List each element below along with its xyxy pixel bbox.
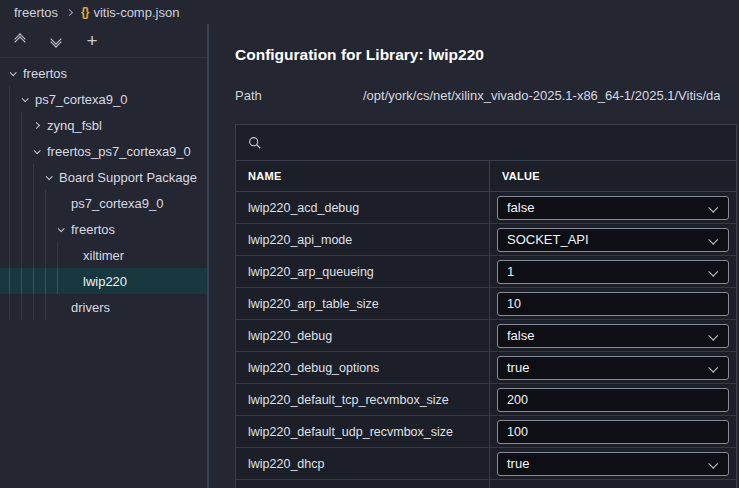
api-mode-select[interactable]: SOCKET_API [497, 228, 729, 252]
config-name: lwip220_default_tcp_recvmbox_size [236, 384, 489, 415]
config-name: lwip220_arp_table_size [236, 288, 489, 319]
config-row-acd-debug: lwip220_acd_debug false [236, 192, 736, 224]
chevron-right-icon [66, 8, 73, 15]
chevron-down-icon [58, 225, 65, 232]
tree-item-label: freertos [71, 222, 115, 237]
chevron-down-icon [708, 266, 718, 276]
breadcrumb-item-project[interactable]: freertos [14, 5, 58, 20]
selected-value: true [507, 456, 529, 471]
tree-item-label: xiltimer [83, 248, 124, 263]
tree-item-freertos[interactable]: freertos [0, 60, 207, 86]
tree-item-zynq-fsbl[interactable]: zynq_fsbl [0, 112, 207, 138]
tree-item-lwip220[interactable]: lwip220 [0, 268, 207, 294]
plus-icon: + [86, 32, 97, 50]
config-name: lwip220_acd_debug [236, 192, 489, 223]
chevron-down-icon [10, 69, 17, 76]
chevron-down-icon [708, 202, 718, 212]
selected-value: true [507, 360, 529, 375]
tree-item-label: drivers [71, 300, 110, 315]
path-value: /opt/york/cs/net/xilinx_vivado-2025.1-x8… [363, 88, 720, 103]
table-search-bar [236, 125, 736, 161]
page-title: Configuration for Library: lwip220 [235, 46, 739, 64]
selected-value: 1 [507, 264, 514, 279]
path-label: Path [235, 88, 363, 103]
chevron-down-icon [708, 362, 718, 372]
tree-item-ps7-cortexa9-0[interactable]: ps7_cortexa9_0 [0, 86, 207, 112]
column-header-name: NAME [236, 161, 489, 191]
tree-item-xiltimer[interactable]: xiltimer [0, 242, 207, 268]
breadcrumb-file-label: vitis-comp.json [93, 5, 179, 20]
config-row-default-tcp-recvmbox-size: lwip220_default_tcp_recvmbox_size [236, 384, 736, 416]
chevron-down-icon [22, 95, 29, 102]
default-tcp-recvmbox-size-input[interactable] [497, 388, 729, 412]
tree-item-label: lwip220 [83, 274, 127, 289]
expand-all-button[interactable] [46, 31, 66, 51]
debug-options-select[interactable]: true [497, 356, 729, 380]
table-header: NAME VALUE [236, 161, 736, 192]
config-row-debug: lwip220_debug false [236, 320, 736, 352]
tree-item-label: ps7_cortexa9_0 [71, 196, 164, 211]
acd-debug-select[interactable]: false [497, 196, 729, 220]
config-row-api-mode: lwip220_api_mode SOCKET_API [236, 224, 736, 256]
component-tree-sidebar: + freertos ps7_cortexa9_0 zynq_fsbl free… [0, 24, 209, 488]
debug-select[interactable]: false [497, 324, 729, 348]
config-name: lwip220_debug [236, 320, 489, 351]
config-row-arp-table-size: lwip220_arp_table_size [236, 288, 736, 320]
path-row: Path /opt/york/cs/net/xilinx_vivado-2025… [235, 88, 739, 103]
tree-item-drivers[interactable]: drivers [0, 294, 207, 320]
search-input[interactable] [272, 125, 736, 160]
chevron-down-icon [708, 330, 718, 340]
tree-item-freertos-os[interactable]: freertos [0, 216, 207, 242]
component-tree: freertos ps7_cortexa9_0 zynq_fsbl freert… [0, 58, 207, 320]
selected-value: SOCKET_API [507, 232, 589, 247]
arp-queueing-select[interactable]: 1 [497, 260, 729, 284]
tree-toolbar: + [0, 24, 207, 58]
default-udp-recvmbox-size-input[interactable] [497, 420, 729, 444]
config-name: lwip220_dhcp [236, 448, 489, 479]
collapse-all-button[interactable] [10, 31, 30, 51]
config-row-dhcp: lwip220_dhcp true [236, 448, 736, 480]
configuration-panel: Configuration for Library: lwip220 Path … [209, 24, 739, 488]
breadcrumb-item-file[interactable]: {} vitis-comp.json [81, 5, 179, 20]
config-name: lwip220_default_udp_recvmbox_size [236, 416, 489, 447]
tree-item-label: freertos_ps7_cortexa9_0 [47, 144, 191, 159]
chevron-down-icon [708, 234, 718, 244]
chevron-right-icon [33, 121, 40, 128]
search-icon [248, 136, 262, 150]
tree-item-board-support-package[interactable]: Board Support Package [0, 164, 207, 190]
tree-item-label: Board Support Package [59, 170, 197, 185]
chevron-down-icon [34, 147, 41, 154]
column-header-value: VALUE [489, 161, 736, 191]
config-table: NAME VALUE lwip220_acd_debug false lwip2… [235, 124, 737, 488]
config-name: lwip220_debug_options [236, 352, 489, 383]
config-name: lwip220_arp_queueing [236, 256, 489, 287]
tree-item-freertos-ps7-cortexa9-0[interactable]: freertos_ps7_cortexa9_0 [0, 138, 207, 164]
config-row-default-udp-recvmbox-size: lwip220_default_udp_recvmbox_size [236, 416, 736, 448]
tree-item-label: zynq_fsbl [47, 118, 102, 133]
chevron-down-icon [708, 458, 718, 468]
tree-item-label: freertos [23, 66, 67, 81]
config-name: lwip220_api_mode [236, 224, 489, 255]
tree-item-label: ps7_cortexa9_0 [35, 92, 128, 107]
selected-value: false [507, 328, 534, 343]
tree-item-ps7-cortexa9-0-bsp[interactable]: ps7_cortexa9_0 [0, 190, 207, 216]
selected-value: false [507, 200, 534, 215]
breadcrumb: freertos {} vitis-comp.json [0, 0, 739, 24]
json-braces-icon: {} [81, 5, 88, 19]
dhcp-select[interactable]: true [497, 452, 729, 476]
config-row-debug-options: lwip220_debug_options true [236, 352, 736, 384]
arp-table-size-input[interactable] [497, 292, 729, 316]
chevron-down-icon [46, 173, 53, 180]
config-row-arp-queueing: lwip220_arp_queueing 1 [236, 256, 736, 288]
add-component-button[interactable]: + [82, 31, 102, 51]
config-row-partial [236, 480, 736, 488]
